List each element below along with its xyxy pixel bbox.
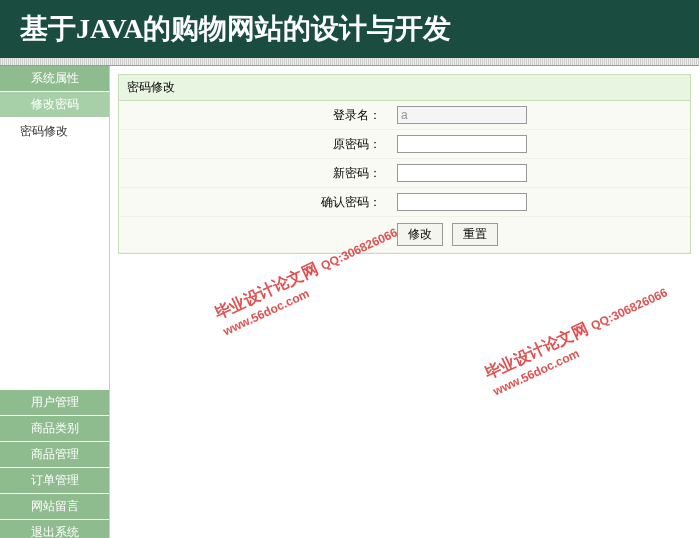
row-buttons: 修改 重置	[119, 217, 690, 253]
old-password-cell	[389, 130, 690, 159]
page-header: 基于JAVA的购物网站的设计与开发	[0, 0, 699, 58]
sidebar-item-messages[interactable]: 网站留言	[0, 494, 109, 520]
panel-title: 密码修改	[119, 75, 690, 101]
old-password-input[interactable]	[397, 135, 527, 153]
confirm-password-label: 确认密码：	[119, 188, 389, 217]
sidebar-bottom: 用户管理 商品类别 商品管理 订单管理 网站留言 退出系统	[0, 390, 109, 538]
top-divider	[0, 58, 699, 66]
row-username: 登录名：	[119, 101, 690, 130]
modify-button[interactable]: 修改	[397, 223, 443, 246]
sidebar-item-category[interactable]: 商品类别	[0, 416, 109, 442]
watermark-url: www.56doc.com	[221, 241, 409, 340]
username-cell	[389, 101, 690, 130]
reset-button[interactable]: 重置	[452, 223, 498, 246]
password-panel: 密码修改 登录名： 原密码： 新密码：	[118, 74, 691, 254]
sidebar-item-user-mgmt[interactable]: 用户管理	[0, 390, 109, 416]
sidebar-item-logout[interactable]: 退出系统	[0, 520, 109, 538]
new-password-input[interactable]	[397, 164, 527, 182]
username-input	[397, 106, 527, 124]
sidebar-item-product-mgmt[interactable]: 商品管理	[0, 442, 109, 468]
page-title: 基于JAVA的购物网站的设计与开发	[20, 13, 451, 44]
confirm-password-input[interactable]	[397, 193, 527, 211]
button-spacer	[119, 217, 389, 253]
watermark-url: www.56doc.com	[491, 301, 679, 400]
sidebar-spacer	[0, 145, 109, 390]
row-confirm-password: 确认密码：	[119, 188, 690, 217]
main-content: 密码修改 登录名： 原密码： 新密码：	[110, 66, 699, 538]
sidebar-item-system[interactable]: 系统属性	[0, 66, 109, 92]
sidebar: 系统属性 修改密码 密码修改 用户管理 商品类别 商品管理 订单管理 网站留言 …	[0, 66, 110, 538]
sidebar-subitem-password-modify[interactable]: 密码修改	[0, 118, 109, 145]
button-cell: 修改 重置	[389, 217, 690, 253]
watermark-2: 毕业设计论文网 QQ:306826066 www.56doc.com	[481, 281, 678, 401]
sidebar-top: 系统属性 修改密码 密码修改	[0, 66, 109, 145]
watermark-text: 毕业设计论文网	[212, 259, 321, 322]
watermark-text: 毕业设计论文网	[482, 319, 591, 382]
new-password-cell	[389, 159, 690, 188]
old-password-label: 原密码：	[119, 130, 389, 159]
main-container: 系统属性 修改密码 密码修改 用户管理 商品类别 商品管理 订单管理 网站留言 …	[0, 66, 699, 538]
confirm-password-cell	[389, 188, 690, 217]
sidebar-item-change-password[interactable]: 修改密码	[0, 92, 109, 118]
username-label: 登录名：	[119, 101, 389, 130]
sidebar-item-order-mgmt[interactable]: 订单管理	[0, 468, 109, 494]
watermark-qq: QQ:306826066	[589, 285, 670, 333]
password-form: 登录名： 原密码： 新密码：	[119, 101, 690, 253]
new-password-label: 新密码：	[119, 159, 389, 188]
row-old-password: 原密码：	[119, 130, 690, 159]
row-new-password: 新密码：	[119, 159, 690, 188]
